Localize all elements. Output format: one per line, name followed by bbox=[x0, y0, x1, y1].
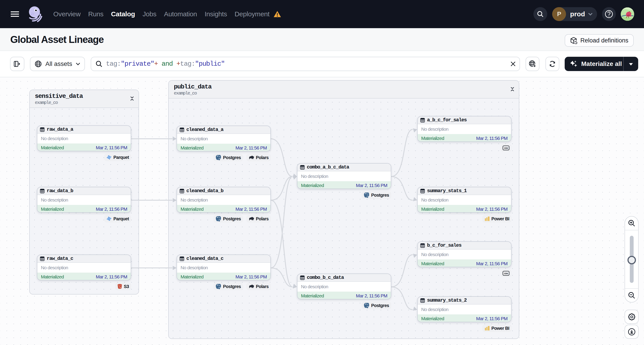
svg-text:csv: csv bbox=[504, 146, 508, 149]
svg-text:csv: csv bbox=[504, 272, 508, 274]
